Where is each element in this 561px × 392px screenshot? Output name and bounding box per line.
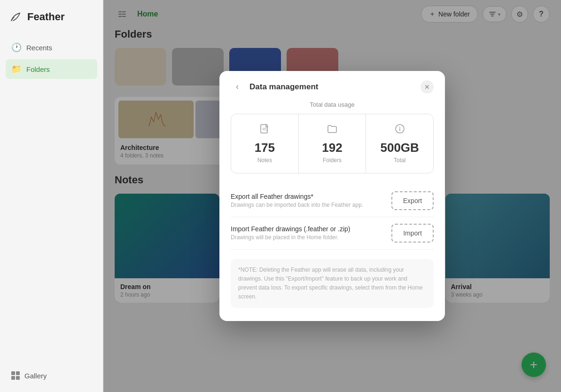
sidebar: Feather 🕐 Recents 📁 Folders Gallery <box>0 0 103 392</box>
export-button[interactable]: Export <box>391 191 434 210</box>
modal-body: Total data usage 175 <box>219 101 445 321</box>
sidebar-item-folders[interactable]: 📁 Folders <box>6 59 97 79</box>
modal-title: Data management <box>249 82 318 92</box>
import-title: Import Feather drawings (.feather or .zi… <box>231 225 391 233</box>
stats-box: 175 Notes 192 Folders <box>231 114 434 173</box>
modal-header: ‹ Data management ✕ <box>219 71 445 101</box>
stat-item-notes: 175 Notes <box>231 114 299 173</box>
export-text-group: Export all Feather drawings* Drawings ca… <box>231 193 391 208</box>
folders-icon: 📁 <box>11 64 22 74</box>
modal-back-button[interactable]: ‹ <box>231 80 244 94</box>
stat-item-folders: 192 Folders <box>299 114 366 173</box>
folders-stat-value: 192 <box>322 141 342 155</box>
export-desc: Drawings can be imported back into the F… <box>231 202 391 208</box>
stat-item-total: 500GB Total <box>366 114 433 173</box>
app-name: Feather <box>27 11 64 23</box>
gallery-label: Gallery <box>24 372 47 380</box>
disclaimer-box: *NOTE: Deleting the Feather app will era… <box>231 259 434 308</box>
export-row: Export all Feather drawings* Drawings ca… <box>231 185 434 217</box>
sidebar-item-recents-label: Recents <box>26 44 52 52</box>
import-text-group: Import Feather drawings (.feather or .zi… <box>231 225 391 241</box>
total-stat-icon <box>395 124 405 137</box>
recents-icon: 🕐 <box>11 42 22 53</box>
sidebar-nav: 🕐 Recents 📁 Folders <box>0 34 103 83</box>
modal-close-button[interactable]: ✕ <box>421 80 434 94</box>
notes-stat-icon <box>259 124 270 137</box>
stats-section-label: Total data usage <box>231 101 434 108</box>
main-area: Home ＋ New folder ▾ ⚙ ? Folders <box>103 0 561 392</box>
sidebar-item-recents[interactable]: 🕐 Recents <box>6 38 97 57</box>
close-icon: ✕ <box>424 83 430 91</box>
folders-stat-label: Folders <box>323 157 342 164</box>
folders-stat-icon <box>327 124 337 137</box>
svg-rect-6 <box>261 125 267 133</box>
app-logo: Feather <box>0 0 103 34</box>
back-arrow-icon: ‹ <box>236 82 239 92</box>
total-stat-value: 500GB <box>380 141 419 155</box>
modal-overlay[interactable]: ‹ Data management ✕ Total data usage <box>103 0 561 392</box>
sidebar-bottom: Gallery <box>0 359 103 392</box>
notes-stat-label: Notes <box>257 157 272 164</box>
disclaimer-text: *NOTE: Deleting the Feather app will era… <box>238 266 426 302</box>
notes-stat-value: 175 <box>255 141 275 155</box>
modal-header-left: ‹ Data management <box>231 80 318 94</box>
export-title: Export all Feather drawings* <box>231 193 391 200</box>
feather-logo-icon <box>8 9 23 24</box>
gallery-icon <box>11 371 20 380</box>
total-stat-label: Total <box>394 157 405 164</box>
import-button[interactable]: Import <box>391 224 434 243</box>
sidebar-item-folders-label: Folders <box>26 65 50 73</box>
import-desc: Drawings will be placed in the Home fold… <box>231 234 391 241</box>
sidebar-item-gallery[interactable]: Gallery <box>6 367 97 384</box>
import-row: Import Feather drawings (.feather or .zi… <box>231 217 434 250</box>
data-management-modal: ‹ Data management ✕ Total data usage <box>219 71 445 321</box>
svg-point-8 <box>399 126 400 127</box>
